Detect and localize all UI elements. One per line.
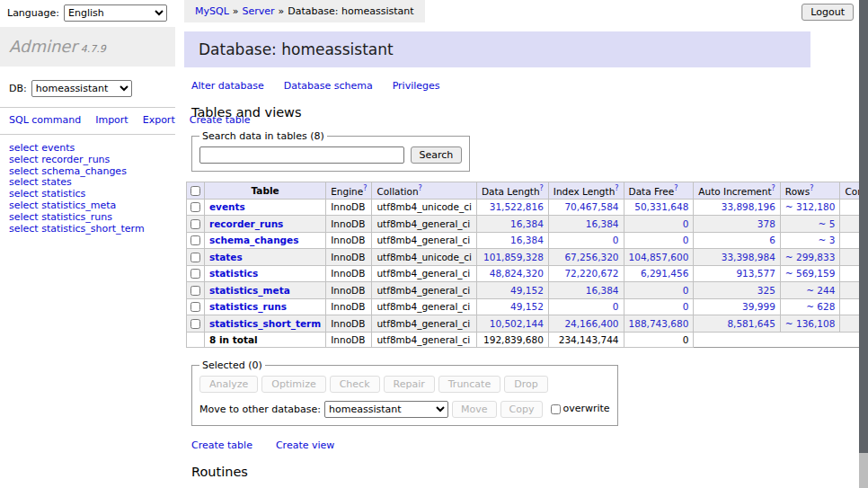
selected-legend: Selected (0) <box>199 359 265 371</box>
row-checkbox[interactable] <box>190 253 200 262</box>
row-checkbox[interactable] <box>190 319 200 329</box>
cell-rows: ~ 3 <box>780 232 840 249</box>
breadcrumb-server-link[interactable]: Server <box>243 5 275 17</box>
cell-data-free: 0 <box>624 216 694 233</box>
cell-index-length: 16,384 <box>548 282 624 299</box>
sidebar-table-link-statistics-short-term[interactable]: select statistics_short_term <box>9 224 166 235</box>
help-link[interactable]: ? <box>615 184 618 192</box>
total-data-length: 192,839,680 <box>476 332 548 347</box>
cell-collation: utf8mb4_unicode_ci <box>372 199 476 216</box>
drop-button[interactable]: Drop <box>504 376 547 393</box>
sidebar-table-link-recorder-runs[interactable]: select recorder_runs <box>9 155 166 166</box>
repair-button[interactable]: Repair <box>384 376 435 393</box>
row-checkbox[interactable] <box>190 219 200 229</box>
cell-rows: ~ 312,180 <box>780 199 840 216</box>
table-total-row: 8 in total InnoDB utf8mb4_general_ci 192… <box>187 332 868 347</box>
row-checkbox[interactable] <box>190 269 200 279</box>
cell-rows: ~ 569,159 <box>780 265 840 282</box>
col-header-label: Collation <box>376 186 418 197</box>
scrollbar-thumb[interactable] <box>859 0 868 453</box>
help-link[interactable]: ? <box>363 184 367 192</box>
table-link[interactable]: statistics <box>209 268 258 279</box>
cell-index-length: 70,467,584 <box>548 199 624 216</box>
sidebar-link-sql-command[interactable]: SQL command <box>9 114 81 126</box>
sidebar-link-import[interactable]: Import <box>95 114 128 126</box>
table-row: statistics InnoDB utf8mb4_general_ci 48,… <box>187 265 868 282</box>
col-header-label: Rows <box>785 186 810 197</box>
cell-collation: utf8mb4_general_ci <box>372 315 476 333</box>
language-select[interactable]: English <box>64 4 167 22</box>
help-link[interactable]: ? <box>540 184 544 192</box>
cell-index-length: 67,256,320 <box>548 249 624 266</box>
help-link[interactable]: ? <box>674 184 678 192</box>
overwrite-checkbox[interactable] <box>551 404 561 414</box>
select-all-checkbox[interactable] <box>190 186 200 196</box>
tables-and-views-heading: Tables and views <box>191 105 810 120</box>
check-button[interactable]: Check <box>330 376 380 393</box>
breadcrumb-separator: » <box>233 5 239 17</box>
cell-index-length: 0 <box>548 298 624 315</box>
table-row: statistics_meta InnoDB utf8mb4_general_c… <box>187 282 868 299</box>
cell-auto-increment: 325 <box>694 282 781 299</box>
row-checkbox[interactable] <box>190 286 200 296</box>
cell-data-length: 31,522,816 <box>476 199 548 216</box>
table-link[interactable]: statistics_short_term <box>209 318 321 329</box>
cell-data-length: 101,859,328 <box>476 249 548 266</box>
cell-auto-increment: 33,398,984 <box>694 249 781 266</box>
db-select[interactable]: homeassistant <box>31 80 132 97</box>
help-link[interactable]: ? <box>810 184 813 192</box>
cell-data-free: 50,331,648 <box>624 199 694 216</box>
sidebar-table-link-statistics[interactable]: select statistics <box>9 189 166 200</box>
col-header-collation: Collation? <box>372 182 476 200</box>
cell-engine: InnoDB <box>326 232 372 249</box>
help-link[interactable]: ? <box>772 184 775 192</box>
cell-rows: ~ 628 <box>780 298 840 315</box>
move-button[interactable]: Move <box>452 401 497 418</box>
privileges-link[interactable]: Privileges <box>393 80 440 92</box>
table-link[interactable]: recorder_runs <box>209 218 283 229</box>
page-title: Database: homeassistant <box>184 31 810 67</box>
table-link[interactable]: statistics_runs <box>209 301 287 312</box>
sidebar-table-link-events[interactable]: select events <box>9 143 166 155</box>
sidebar-table-link-statistics-meta[interactable]: select statistics_meta <box>9 200 166 212</box>
row-checkbox[interactable] <box>190 235 200 245</box>
cell-engine: InnoDB <box>326 199 372 216</box>
cell-collation: utf8mb4_general_ci <box>372 216 476 233</box>
row-checkbox[interactable] <box>190 302 200 312</box>
cell-auto-increment: 33,898,196 <box>694 199 781 216</box>
table-row: schema_changes InnoDB utf8mb4_general_ci… <box>187 232 868 249</box>
create-table-link[interactable]: Create table <box>191 439 252 451</box>
cell-auto-increment: 6 <box>694 232 781 249</box>
table-link[interactable]: events <box>209 201 245 212</box>
sidebar-table-link-statistics-runs[interactable]: select statistics_runs <box>9 212 166 224</box>
cell-collation: utf8mb4_general_ci <box>372 232 476 249</box>
total-data-free: 0 <box>624 332 694 347</box>
cell-collation: utf8mb4_general_ci <box>372 282 476 299</box>
table-row: events InnoDB utf8mb4_unicode_ci 31,522,… <box>187 199 868 216</box>
table-link[interactable]: statistics_meta <box>209 285 290 296</box>
create-view-link[interactable]: Create view <box>276 439 334 451</box>
search-button[interactable]: Search <box>411 146 463 164</box>
move-to-database-label: Move to other database: <box>199 403 321 414</box>
cell-collation: utf8mb4_general_ci <box>372 298 476 315</box>
table-link[interactable]: states <box>209 252 243 262</box>
table-link[interactable]: schema_changes <box>209 235 299 245</box>
table-row: recorder_runs InnoDB utf8mb4_general_ci … <box>187 216 868 233</box>
vertical-scrollbar[interactable] <box>859 0 868 488</box>
cell-data-free: 0 <box>624 282 694 299</box>
copy-button[interactable]: Copy <box>500 401 544 418</box>
optimize-button[interactable]: Optimize <box>261 376 325 393</box>
routines-heading: Routines <box>191 465 810 479</box>
row-checkbox[interactable] <box>190 202 200 212</box>
sidebar-link-export[interactable]: Export <box>143 114 175 126</box>
help-link[interactable]: ? <box>419 184 422 192</box>
move-database-select[interactable]: homeassistant <box>324 401 448 418</box>
cell-engine: InnoDB <box>326 249 372 266</box>
truncate-button[interactable]: Truncate <box>438 376 500 393</box>
alter-database-link[interactable]: Alter database <box>191 80 264 92</box>
analyze-button[interactable]: Analyze <box>199 376 258 393</box>
database-schema-link[interactable]: Database schema <box>284 80 373 92</box>
breadcrumb-mysql-link[interactable]: MySQL <box>195 5 229 17</box>
cell-data-free: 6,291,456 <box>624 265 694 282</box>
search-input[interactable] <box>199 146 404 164</box>
